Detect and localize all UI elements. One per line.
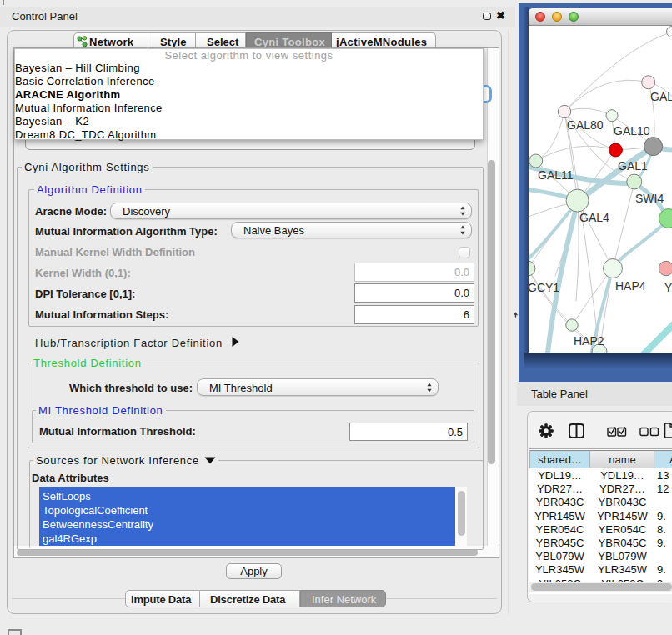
svg-text:HAP2: HAP2	[574, 334, 604, 348]
svg-text:GAL80: GAL80	[567, 118, 604, 132]
svg-text:GAL4: GAL4	[579, 211, 609, 224]
svg-text:SWI4: SWI4	[635, 192, 664, 205]
svg-text:HAP4: HAP4	[615, 279, 646, 292]
svg-text:GAL1: GAL1	[618, 159, 648, 172]
svg-text:Y: Y	[664, 281, 672, 294]
svg-text:GAL10: GAL10	[614, 124, 650, 138]
svg-text:GAL11: GAL11	[538, 168, 574, 182]
svg-text:GAL7: GAL7	[650, 90, 672, 103]
svg-text:GCY1: GCY1	[529, 281, 559, 294]
